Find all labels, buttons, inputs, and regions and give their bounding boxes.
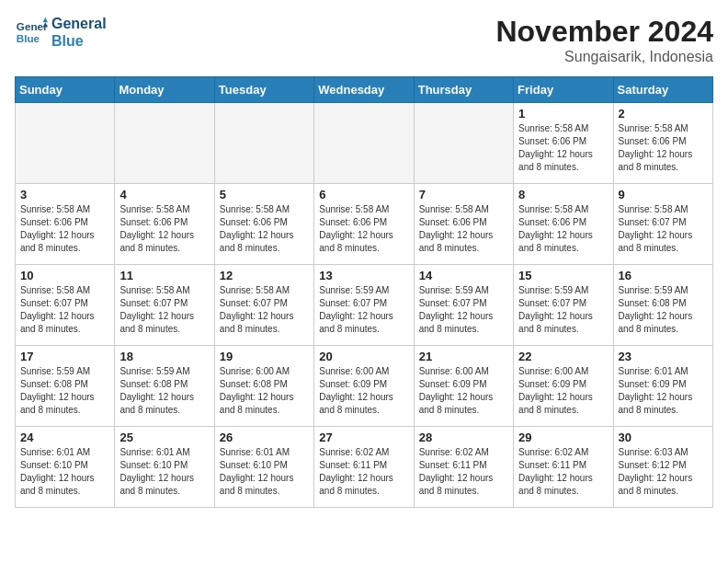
header-wednesday: Wednesday (314, 77, 414, 103)
day-number: 25 (119, 431, 209, 444)
day-number: 11 (119, 269, 209, 282)
day-info: Sunrise: 6:00 AMSunset: 6:09 PMDaylight:… (518, 365, 608, 417)
day-cell: 13Sunrise: 5:59 AMSunset: 6:07 PMDayligh… (314, 265, 414, 346)
week-row-2: 3Sunrise: 5:58 AMSunset: 6:06 PMDaylight… (16, 184, 713, 265)
day-cell (115, 103, 214, 184)
day-info: Sunrise: 6:01 AMSunset: 6:10 PMDaylight:… (20, 446, 109, 498)
calendar-header-row: SundayMondayTuesdayWednesdayThursdayFrid… (16, 77, 713, 103)
day-number: 27 (319, 431, 408, 444)
week-row-4: 17Sunrise: 5:59 AMSunset: 6:08 PMDayligh… (16, 346, 713, 427)
day-cell: 20Sunrise: 6:00 AMSunset: 6:09 PMDayligh… (314, 346, 414, 427)
day-info: Sunrise: 5:58 AMSunset: 6:06 PMDaylight:… (518, 203, 608, 255)
day-cell: 3Sunrise: 5:58 AMSunset: 6:06 PMDaylight… (16, 184, 115, 265)
day-number: 24 (20, 431, 109, 444)
day-cell: 21Sunrise: 6:00 AMSunset: 6:09 PMDayligh… (414, 346, 513, 427)
day-cell: 24Sunrise: 6:01 AMSunset: 6:10 PMDayligh… (16, 427, 115, 508)
page-header: General Blue General Blue November 2024 … (15, 15, 713, 65)
day-number: 19 (220, 350, 309, 363)
calendar-table: SundayMondayTuesdayWednesdayThursdayFrid… (15, 76, 713, 508)
day-info: Sunrise: 5:58 AMSunset: 6:07 PMDaylight:… (619, 203, 708, 255)
day-number: 6 (319, 188, 408, 201)
header-friday: Friday (514, 77, 613, 103)
day-number: 16 (619, 269, 708, 282)
day-number: 26 (220, 431, 309, 444)
day-number: 2 (619, 107, 708, 121)
day-info: Sunrise: 5:58 AMSunset: 6:07 PMDaylight:… (119, 284, 209, 336)
day-number: 7 (419, 188, 508, 201)
day-cell: 29Sunrise: 6:02 AMSunset: 6:11 PMDayligh… (514, 427, 613, 508)
day-info: Sunrise: 5:59 AMSunset: 6:07 PMDaylight:… (419, 284, 508, 336)
day-cell: 22Sunrise: 6:00 AMSunset: 6:09 PMDayligh… (514, 346, 613, 427)
title-block: November 2024 Sungaisarik, Indonesia (495, 15, 713, 65)
day-cell: 30Sunrise: 6:03 AMSunset: 6:12 PMDayligh… (613, 427, 712, 508)
day-cell (414, 103, 513, 184)
logo: General Blue General Blue (15, 15, 107, 50)
day-cell: 6Sunrise: 5:58 AMSunset: 6:06 PMDaylight… (314, 184, 414, 265)
day-info: Sunrise: 5:58 AMSunset: 6:07 PMDaylight:… (20, 284, 109, 336)
day-cell: 2Sunrise: 5:58 AMSunset: 6:06 PMDaylight… (613, 103, 712, 184)
day-cell: 28Sunrise: 6:02 AMSunset: 6:11 PMDayligh… (414, 427, 513, 508)
day-number: 12 (220, 269, 309, 282)
day-number: 14 (419, 269, 508, 282)
day-cell (16, 103, 115, 184)
week-row-5: 24Sunrise: 6:01 AMSunset: 6:10 PMDayligh… (16, 427, 713, 508)
day-info: Sunrise: 5:58 AMSunset: 6:06 PMDaylight:… (619, 122, 708, 174)
day-cell: 4Sunrise: 5:58 AMSunset: 6:06 PMDaylight… (115, 184, 214, 265)
day-cell: 7Sunrise: 5:58 AMSunset: 6:06 PMDaylight… (414, 184, 513, 265)
day-info: Sunrise: 6:02 AMSunset: 6:11 PMDaylight:… (419, 446, 508, 498)
day-number: 15 (518, 269, 608, 282)
day-info: Sunrise: 5:59 AMSunset: 6:07 PMDaylight:… (518, 284, 608, 336)
day-cell: 16Sunrise: 5:59 AMSunset: 6:08 PMDayligh… (613, 265, 712, 346)
day-info: Sunrise: 6:00 AMSunset: 6:09 PMDaylight:… (319, 365, 408, 417)
day-info: Sunrise: 6:01 AMSunset: 6:10 PMDaylight:… (220, 446, 309, 498)
day-cell: 18Sunrise: 5:59 AMSunset: 6:08 PMDayligh… (115, 346, 214, 427)
day-cell: 26Sunrise: 6:01 AMSunset: 6:10 PMDayligh… (214, 427, 313, 508)
day-number: 5 (220, 188, 309, 201)
day-cell: 15Sunrise: 5:59 AMSunset: 6:07 PMDayligh… (514, 265, 613, 346)
day-number: 30 (619, 431, 708, 444)
day-cell (214, 103, 313, 184)
day-info: Sunrise: 5:58 AMSunset: 6:06 PMDaylight:… (419, 203, 508, 255)
day-info: Sunrise: 6:03 AMSunset: 6:12 PMDaylight:… (619, 446, 708, 498)
day-number: 8 (518, 188, 608, 201)
day-number: 17 (20, 350, 109, 363)
day-number: 23 (619, 350, 708, 363)
svg-text:Blue: Blue (17, 32, 40, 44)
day-info: Sunrise: 5:59 AMSunset: 6:08 PMDaylight:… (119, 365, 209, 417)
day-number: 4 (119, 188, 209, 201)
day-info: Sunrise: 6:02 AMSunset: 6:11 PMDaylight:… (518, 446, 608, 498)
day-info: Sunrise: 5:58 AMSunset: 6:06 PMDaylight:… (220, 203, 309, 255)
day-cell: 11Sunrise: 5:58 AMSunset: 6:07 PMDayligh… (115, 265, 214, 346)
day-number: 28 (419, 431, 508, 444)
day-info: Sunrise: 5:59 AMSunset: 6:08 PMDaylight:… (20, 365, 109, 417)
day-info: Sunrise: 5:58 AMSunset: 6:06 PMDaylight:… (518, 122, 608, 174)
day-info: Sunrise: 5:58 AMSunset: 6:07 PMDaylight:… (220, 284, 309, 336)
day-cell (314, 103, 414, 184)
day-cell: 8Sunrise: 5:58 AMSunset: 6:06 PMDaylight… (514, 184, 613, 265)
day-number: 10 (20, 269, 109, 282)
week-row-1: 1Sunrise: 5:58 AMSunset: 6:06 PMDaylight… (16, 103, 713, 184)
day-cell: 27Sunrise: 6:02 AMSunset: 6:11 PMDayligh… (314, 427, 414, 508)
day-number: 9 (619, 188, 708, 201)
day-info: Sunrise: 6:00 AMSunset: 6:08 PMDaylight:… (220, 365, 309, 417)
day-cell: 10Sunrise: 5:58 AMSunset: 6:07 PMDayligh… (16, 265, 115, 346)
day-cell: 5Sunrise: 5:58 AMSunset: 6:06 PMDaylight… (214, 184, 313, 265)
day-cell: 23Sunrise: 6:01 AMSunset: 6:09 PMDayligh… (613, 346, 712, 427)
header-sunday: Sunday (16, 77, 115, 103)
day-cell: 25Sunrise: 6:01 AMSunset: 6:10 PMDayligh… (115, 427, 214, 508)
day-number: 3 (20, 188, 109, 201)
day-cell: 19Sunrise: 6:00 AMSunset: 6:08 PMDayligh… (214, 346, 313, 427)
day-number: 13 (319, 269, 408, 282)
day-info: Sunrise: 5:58 AMSunset: 6:06 PMDaylight:… (319, 203, 408, 255)
day-info: Sunrise: 5:59 AMSunset: 6:07 PMDaylight:… (319, 284, 408, 336)
header-saturday: Saturday (613, 77, 712, 103)
location-title: Sungaisarik, Indonesia (495, 49, 713, 65)
header-tuesday: Tuesday (214, 77, 313, 103)
day-info: Sunrise: 6:01 AMSunset: 6:10 PMDaylight:… (119, 446, 209, 498)
day-number: 18 (119, 350, 209, 363)
day-cell: 17Sunrise: 5:59 AMSunset: 6:08 PMDayligh… (16, 346, 115, 427)
day-number: 21 (419, 350, 508, 363)
day-info: Sunrise: 6:01 AMSunset: 6:09 PMDaylight:… (619, 365, 708, 417)
month-title: November 2024 (495, 15, 713, 49)
day-cell: 12Sunrise: 5:58 AMSunset: 6:07 PMDayligh… (214, 265, 313, 346)
